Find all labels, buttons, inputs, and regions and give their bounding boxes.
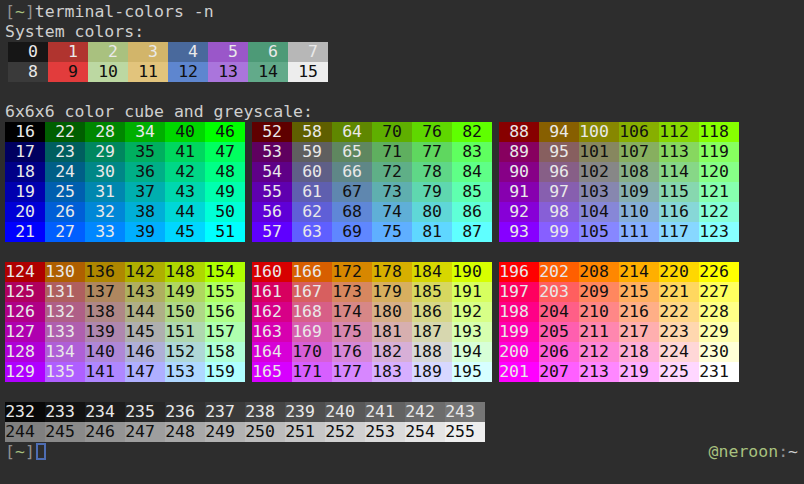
color-cell-253: 253 [365, 422, 405, 442]
color-cell-37: 37 [125, 182, 165, 202]
color-cell-58: 58 [292, 122, 332, 142]
color-cell-113: 113 [659, 142, 699, 162]
cube-block-row: 128134140146152158 [5, 342, 245, 362]
cube-block-row: 126132138144150156 [5, 302, 245, 322]
cube-block-row: 172329354147 [5, 142, 245, 162]
color-cell-222: 222 [659, 302, 699, 322]
color-cell-215: 215 [619, 282, 659, 302]
color-cell-85: 85 [452, 182, 492, 202]
color-cell-170: 170 [292, 342, 332, 362]
color-cell-14: 14 [248, 62, 288, 82]
color-cell-178: 178 [372, 262, 412, 282]
color-cell-122: 122 [699, 202, 739, 222]
cube-block-row: 164170176182188194 [252, 342, 492, 362]
cube-heading: 6x6x6 color cube and greyscale: [5, 102, 804, 122]
color-cell-126: 126 [5, 302, 45, 322]
rprompt-tilde: ~ [788, 442, 798, 461]
cube-block-row: 9197103109115121 [499, 182, 739, 202]
color-cell-108: 108 [619, 162, 659, 182]
cube-block-row: 161167173179185191 [252, 282, 492, 302]
color-cell-154: 154 [205, 262, 245, 282]
color-cell-149: 149 [165, 282, 205, 302]
color-cell-41: 41 [165, 142, 205, 162]
system-colors-row-normal: 01234567 [8, 42, 804, 62]
color-cell-235: 235 [125, 402, 165, 422]
color-cell-77: 77 [412, 142, 452, 162]
cube-block-row: 201207213219225231 [499, 362, 739, 382]
cube-block-row: 163169175181187193 [252, 322, 492, 342]
color-cell-96: 96 [539, 162, 579, 182]
color-cell-134: 134 [45, 342, 85, 362]
cube-block-row: 202632384450 [5, 202, 245, 222]
color-cell-23: 23 [45, 142, 85, 162]
color-cell-227: 227 [699, 282, 739, 302]
color-cell-42: 42 [165, 162, 205, 182]
prompt-bracket-close: ] [25, 2, 35, 21]
color-cell-22: 22 [45, 122, 85, 142]
color-cell-24: 24 [45, 162, 85, 182]
color-cell-158: 158 [205, 342, 245, 362]
color-cell-249: 249 [205, 422, 245, 442]
color-cell-186: 186 [412, 302, 452, 322]
color-cell-254: 254 [405, 422, 445, 442]
color-cell-160: 160 [252, 262, 292, 282]
cube-block-row: 199205211217223229 [499, 322, 739, 342]
color-cell-110: 110 [619, 202, 659, 222]
color-cell-9: 9 [48, 62, 88, 82]
color-cell-25: 25 [45, 182, 85, 202]
color-cell-203: 203 [539, 282, 579, 302]
color-cell-109: 109 [619, 182, 659, 202]
color-cell-98: 98 [539, 202, 579, 222]
color-cell-112: 112 [659, 122, 699, 142]
color-cell-59: 59 [292, 142, 332, 162]
color-cell-151: 151 [165, 322, 205, 342]
color-cell-188: 188 [412, 342, 452, 362]
color-cell-48: 48 [205, 162, 245, 182]
color-cell-3: 3 [128, 42, 168, 62]
color-cell-72: 72 [372, 162, 412, 182]
cube-block-row: 9096102108114120 [499, 162, 739, 182]
prompt-bracket-open: [ [5, 2, 15, 21]
greyscale-row-dark: 232233234235236237238239240241242243 [5, 402, 804, 422]
color-cell-60: 60 [292, 162, 332, 182]
color-cell-192: 192 [452, 302, 492, 322]
color-cell-143: 143 [125, 282, 165, 302]
color-cell-54: 54 [252, 162, 292, 182]
rprompt-colon: : [778, 442, 788, 461]
color-cell-230: 230 [699, 342, 739, 362]
color-cell-163: 163 [252, 322, 292, 342]
color-cell-4: 4 [168, 42, 208, 62]
color-cell-146: 146 [125, 342, 165, 362]
color-cell-101: 101 [579, 142, 619, 162]
color-cell-1: 1 [48, 42, 88, 62]
color-cell-236: 236 [165, 402, 205, 422]
color-cell-244: 244 [5, 422, 45, 442]
color-cell-231: 231 [699, 362, 739, 382]
system-colors-heading: System colors: [5, 22, 804, 42]
color-cell-201: 201 [499, 362, 539, 382]
color-cell-142: 142 [125, 262, 165, 282]
color-cell-39: 39 [125, 222, 165, 242]
cube-block-row: 566268748086 [252, 202, 492, 222]
terminal-window[interactable]: [~]terminal-colors -n System colors: 012… [0, 0, 804, 484]
color-cell-225: 225 [659, 362, 699, 382]
color-cell-218: 218 [619, 342, 659, 362]
cube-block-row: 212733394551 [5, 222, 245, 242]
color-cell-255: 255 [445, 422, 485, 442]
cube-block-row: 129135141147153159 [5, 362, 245, 382]
color-cell-115: 115 [659, 182, 699, 202]
color-cell-187: 187 [412, 322, 452, 342]
color-cell-173: 173 [332, 282, 372, 302]
color-cell-79: 79 [412, 182, 452, 202]
color-cell-57: 57 [252, 222, 292, 242]
color-cell-84: 84 [452, 162, 492, 182]
cube-block-row: 546066727884 [252, 162, 492, 182]
cube-block-row: 198204210216222228 [499, 302, 739, 322]
cube-block-row: 535965717783 [252, 142, 492, 162]
color-cell-164: 164 [252, 342, 292, 362]
color-cell-125: 125 [5, 282, 45, 302]
color-cell-118: 118 [699, 122, 739, 142]
cube-block-row: 8995101107113119 [499, 142, 739, 162]
color-cell-137: 137 [85, 282, 125, 302]
cube-block-row: 127133139145151157 [5, 322, 245, 342]
